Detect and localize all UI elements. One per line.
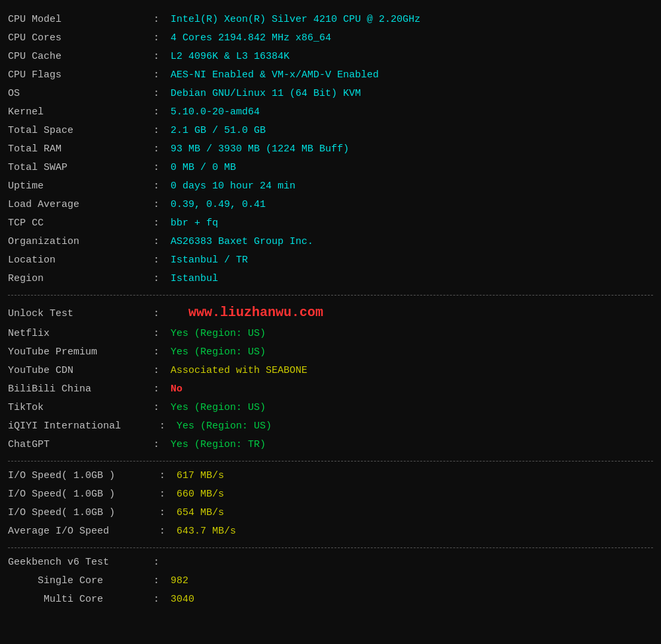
kernel-value: 5.10.0-20-amd64 (171, 104, 260, 120)
load-average-label: Load Average (8, 197, 153, 213)
single-core-label: Single Core (8, 573, 153, 589)
bilibili-row: BiliBili China : No (8, 382, 653, 397)
kernel-row: Kernel : 5.10.0-20-amd64 (8, 104, 653, 120)
cpu-flags-value: AES-NI Enabled & VM-x/AMD-V Enabled (171, 67, 379, 83)
cpu-cores-value: 4 Cores 2194.842 MHz x86_64 (171, 30, 331, 46)
multi-core-row: Multi Core : 3040 (8, 592, 653, 608)
uptime-label: Uptime (8, 179, 153, 194)
iqiyi-label: iQIYI International (8, 419, 153, 434)
youtube-premium-label: YouTube Premium (8, 344, 153, 360)
unlock-test-website: www.liuzhanwu.com (188, 302, 323, 323)
netflix-row: Netflix : Yes (Region: US) (8, 326, 653, 342)
io-speed-3-row: I/O Speed( 1.0GB ) : 654 MB/s (8, 505, 653, 521)
unlock-test-label: Unlock Test (8, 306, 153, 322)
youtube-premium-row: YouTube Premium : Yes (Region: US) (8, 344, 653, 360)
tcp-cc-label: TCP CC (8, 216, 153, 231)
cpu-flags-label: CPU Flags (8, 67, 153, 83)
os-value: Debian GNU/Linux 11 (64 Bit) KVM (171, 86, 361, 102)
io-section: I/O Speed( 1.0GB ) : 617 MB/s I/O Speed(… (8, 462, 653, 548)
uptime-row: Uptime : 0 days 10 hour 24 min (8, 179, 653, 194)
unlock-test-header-row: Unlock Test : www.liuzhanwu.com (8, 302, 653, 323)
cpu-cache-row: CPU Cache : L2 4096K & L3 16384K (8, 49, 653, 65)
tcp-cc-row: TCP CC : bbr + fq (8, 216, 653, 231)
os-label: OS (8, 86, 153, 102)
youtube-cdn-label: YouTube CDN (8, 363, 153, 379)
bilibili-value: No (171, 382, 182, 397)
io-speed-2-label: I/O Speed( 1.0GB ) (8, 487, 153, 503)
total-space-value: 2.1 GB / 51.0 GB (171, 123, 266, 139)
geekbench-section: Geekbench v6 Test : Single Core : 982 Mu… (8, 548, 653, 616)
main-container: CPU Model : Intel(R) Xeon(R) Silver 4210… (0, 0, 661, 621)
avg-io-speed-value: 643.7 MB/s (176, 524, 236, 540)
cpu-cores-label: CPU Cores (8, 30, 153, 46)
total-ram-value: 93 MB / 3930 MB (1224 MB Buff) (171, 141, 349, 157)
load-average-row: Load Average : 0.39, 0.49, 0.41 (8, 197, 653, 213)
region-row: Region : Istanbul (8, 271, 653, 287)
chatgpt-value: Yes (Region: TR) (171, 437, 266, 453)
uptime-value: 0 days 10 hour 24 min (171, 179, 295, 194)
total-space-label: Total Space (8, 123, 153, 139)
total-space-row: Total Space : 2.1 GB / 51.0 GB (8, 123, 653, 139)
single-core-value: 982 (171, 573, 188, 589)
chatgpt-label: ChatGPT (8, 437, 153, 453)
total-ram-row: Total RAM : 93 MB / 3930 MB (1224 MB Buf… (8, 141, 653, 157)
location-label: Location (8, 253, 153, 268)
chatgpt-row: ChatGPT : Yes (Region: TR) (8, 437, 653, 453)
total-ram-label: Total RAM (8, 141, 153, 157)
cpu-cache-label: CPU Cache (8, 49, 153, 65)
single-core-row: Single Core : 982 (8, 573, 653, 589)
load-average-value: 0.39, 0.49, 0.41 (171, 197, 266, 213)
iqiyi-row: iQIYI International : Yes (Region: US) (8, 419, 653, 434)
cpu-flags-row: CPU Flags : AES-NI Enabled & VM-x/AMD-V … (8, 67, 653, 83)
io-speed-1-value: 617 MB/s (176, 468, 224, 484)
organization-label: Organization (8, 234, 153, 250)
region-value: Istanbul (171, 271, 218, 287)
organization-value: AS26383 Baxet Group Inc. (171, 234, 313, 250)
tcp-cc-value: bbr + fq (171, 216, 218, 231)
io-speed-3-value: 654 MB/s (176, 505, 224, 521)
netflix-value: Yes (Region: US) (171, 326, 266, 342)
tiktok-row: TikTok : Yes (Region: US) (8, 400, 653, 416)
unlock-section: Unlock Test : www.liuzhanwu.com Netflix … (8, 296, 653, 462)
tiktok-label: TikTok (8, 400, 153, 416)
system-section: CPU Model : Intel(R) Xeon(R) Silver 4210… (8, 5, 653, 296)
avg-io-speed-label: Average I/O Speed (8, 524, 153, 540)
io-speed-1-row: I/O Speed( 1.0GB ) : 617 MB/s (8, 468, 653, 484)
total-swap-label: Total SWAP (8, 160, 153, 176)
io-speed-2-value: 660 MB/s (176, 487, 224, 503)
io-speed-3-label: I/O Speed( 1.0GB ) (8, 505, 153, 521)
cpu-model-row: CPU Model : Intel(R) Xeon(R) Silver 4210… (8, 12, 653, 28)
os-row: OS : Debian GNU/Linux 11 (64 Bit) KVM (8, 86, 653, 102)
location-row: Location : Istanbul / TR (8, 253, 653, 268)
avg-io-speed-row: Average I/O Speed : 643.7 MB/s (8, 524, 653, 540)
location-value: Istanbul / TR (171, 253, 248, 268)
multi-core-label: Multi Core (8, 592, 153, 608)
io-speed-1-label: I/O Speed( 1.0GB ) (8, 468, 153, 484)
tiktok-value: Yes (Region: US) (171, 400, 266, 416)
total-swap-value: 0 MB / 0 MB (171, 160, 236, 176)
io-speed-2-row: I/O Speed( 1.0GB ) : 660 MB/s (8, 487, 653, 503)
region-label: Region (8, 271, 153, 287)
youtube-cdn-value: Associated with SEABONE (171, 363, 307, 379)
netflix-label: Netflix (8, 326, 153, 342)
iqiyi-value: Yes (Region: US) (176, 419, 272, 434)
total-swap-row: Total SWAP : 0 MB / 0 MB (8, 160, 653, 176)
geekbench-label: Geekbench v6 Test (8, 555, 153, 571)
cpu-model-value: Intel(R) Xeon(R) Silver 4210 CPU @ 2.20G… (171, 12, 420, 28)
kernel-label: Kernel (8, 104, 153, 120)
cpu-cache-value: L2 4096K & L3 16384K (171, 49, 290, 65)
youtube-cdn-row: YouTube CDN : Associated with SEABONE (8, 363, 653, 379)
organization-row: Organization : AS26383 Baxet Group Inc. (8, 234, 653, 250)
multi-core-value: 3040 (171, 592, 194, 608)
bilibili-label: BiliBili China (8, 382, 153, 397)
geekbench-header-row: Geekbench v6 Test : (8, 555, 653, 571)
cpu-cores-row: CPU Cores : 4 Cores 2194.842 MHz x86_64 (8, 30, 653, 46)
youtube-premium-value: Yes (Region: US) (171, 344, 266, 360)
cpu-model-label: CPU Model (8, 12, 153, 28)
